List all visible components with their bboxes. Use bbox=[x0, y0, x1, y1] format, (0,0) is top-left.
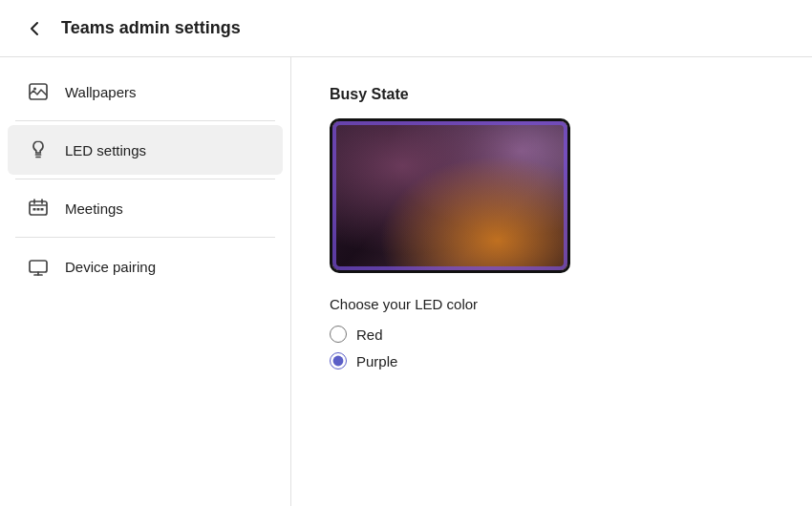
color-option-purple[interactable]: Purple bbox=[330, 352, 774, 369]
sidebar-item-label: Device pairing bbox=[65, 259, 156, 275]
color-label-red: Red bbox=[356, 327, 383, 343]
color-label-purple: Purple bbox=[356, 353, 397, 369]
device-icon bbox=[27, 255, 50, 278]
main-layout: Wallpapers LED settings bbox=[0, 57, 812, 506]
color-section-title: Choose your LED color bbox=[330, 296, 774, 312]
header: Teams admin settings bbox=[0, 0, 812, 57]
divider-2 bbox=[15, 179, 275, 179]
content-area: Busy State Choose your LED color Red Pur… bbox=[291, 57, 812, 506]
svg-rect-8 bbox=[33, 208, 36, 211]
wallpaper-icon bbox=[27, 80, 50, 103]
sidebar-item-meetings[interactable]: Meetings bbox=[8, 183, 283, 233]
color-option-red[interactable]: Red bbox=[330, 326, 774, 343]
section-title: Busy State bbox=[330, 86, 774, 103]
radio-red[interactable] bbox=[330, 326, 347, 343]
device-screen bbox=[332, 121, 567, 270]
led-icon bbox=[27, 138, 50, 161]
page-title: Teams admin settings bbox=[61, 18, 241, 38]
divider-1 bbox=[15, 120, 275, 121]
sidebar-item-device-pairing[interactable]: Device pairing bbox=[8, 242, 283, 291]
divider-3 bbox=[15, 237, 275, 238]
radio-purple[interactable] bbox=[330, 352, 347, 369]
sidebar: Wallpapers LED settings bbox=[0, 57, 291, 506]
sidebar-item-led-settings[interactable]: LED settings bbox=[8, 125, 283, 175]
sidebar-item-wallpapers[interactable]: Wallpapers bbox=[8, 67, 283, 116]
meetings-icon bbox=[27, 197, 50, 220]
svg-point-1 bbox=[33, 88, 36, 91]
device-preview bbox=[330, 118, 570, 273]
svg-rect-10 bbox=[41, 208, 44, 211]
svg-rect-11 bbox=[30, 261, 47, 272]
color-radio-group: Red Purple bbox=[330, 326, 774, 369]
sidebar-item-label: Meetings bbox=[65, 200, 123, 217]
sidebar-item-label: Wallpapers bbox=[65, 84, 136, 100]
svg-rect-9 bbox=[37, 208, 40, 211]
back-button[interactable] bbox=[19, 13, 50, 44]
sidebar-item-label: LED settings bbox=[65, 142, 146, 158]
